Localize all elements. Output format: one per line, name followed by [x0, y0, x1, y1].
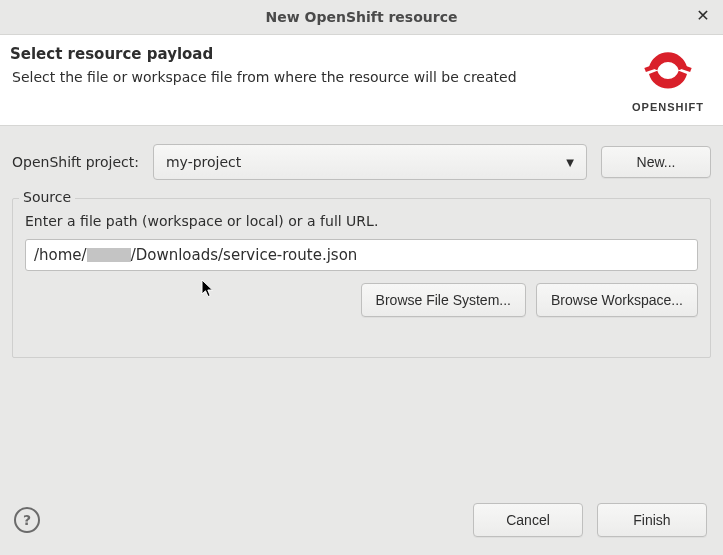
- close-icon[interactable]: ✕: [693, 6, 713, 26]
- dialog-window: New OpenShift resource ✕ Select resource…: [0, 0, 723, 555]
- source-group: Source Enter a file path (workspace or l…: [12, 198, 711, 358]
- project-select[interactable]: my-project ▼: [153, 144, 587, 180]
- banner: Select resource payload Select the file …: [0, 35, 723, 126]
- banner-text: Select resource payload Select the file …: [10, 45, 627, 85]
- browse-buttons-row: Browse File System... Browse Workspace..…: [25, 283, 698, 317]
- help-icon[interactable]: ?: [14, 507, 40, 533]
- window-title: New OpenShift resource: [266, 9, 458, 25]
- new-project-button[interactable]: New...: [601, 146, 711, 178]
- browse-filesystem-button[interactable]: Browse File System...: [361, 283, 526, 317]
- banner-heading: Select resource payload: [10, 45, 627, 63]
- chevron-down-icon: ▼: [566, 157, 574, 168]
- source-hint: Enter a file path (workspace or local) o…: [25, 213, 698, 229]
- body-spacer: [12, 368, 711, 481]
- redacted-username: [87, 248, 131, 262]
- source-legend: Source: [19, 189, 75, 205]
- openshift-logo-label: OPENSHIFT: [627, 101, 709, 113]
- dialog-body: OpenShift project: my-project ▼ New... S…: [0, 126, 723, 491]
- cancel-button[interactable]: Cancel: [473, 503, 583, 537]
- finish-button[interactable]: Finish: [597, 503, 707, 537]
- openshift-logo: OPENSHIFT: [627, 47, 709, 113]
- footer: ? Cancel Finish: [0, 491, 723, 555]
- source-path-input[interactable]: /home//Downloads/service-route.json: [25, 239, 698, 271]
- titlebar: New OpenShift resource ✕: [0, 0, 723, 35]
- project-select-value: my-project: [166, 154, 241, 170]
- browse-workspace-button[interactable]: Browse Workspace...: [536, 283, 698, 317]
- cursor-icon: [201, 279, 217, 299]
- project-label: OpenShift project:: [12, 154, 139, 170]
- openshift-logo-icon: [641, 47, 695, 97]
- banner-subtitle: Select the file or workspace file from w…: [10, 69, 627, 85]
- project-row: OpenShift project: my-project ▼ New...: [12, 144, 711, 180]
